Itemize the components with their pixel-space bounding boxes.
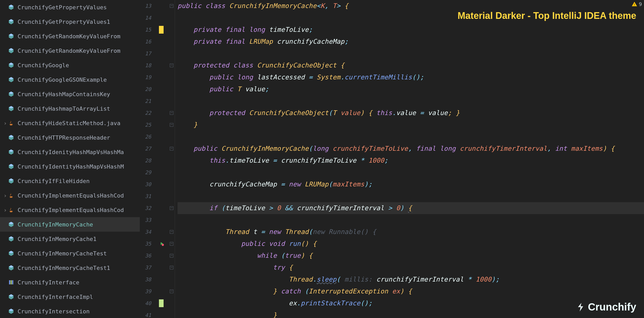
line-number[interactable]: 25	[140, 119, 151, 131]
file-item-crunchifyiffilehidden[interactable]: CrunchifyIfFileHidden	[0, 174, 140, 188]
file-item-crunchifyhashmapcontainskey[interactable]: CrunchifyHashMapContainsKey	[0, 87, 140, 101]
code-line[interactable]	[178, 95, 644, 107]
code-line[interactable]: public long lastAccessed = System.curren…	[178, 71, 644, 83]
file-item-crunchifyintersection[interactable]: CrunchifyIntersection	[0, 304, 140, 318]
file-item-crunchifygetrandomkeyvaluefrom[interactable]: CrunchifyGetRandomKeyValueFrom	[0, 29, 140, 43]
line-number[interactable]: 38	[140, 274, 151, 285]
line-number[interactable]: 31	[140, 190, 151, 202]
fold-toggle[interactable]	[170, 290, 173, 293]
code-line[interactable]: private final LRUMap crunchifyCacheMap;	[178, 36, 644, 48]
change-marker-green[interactable]	[159, 299, 164, 307]
line-number[interactable]: 21	[140, 95, 151, 107]
code-line[interactable]: ex.printStackTrace();	[178, 297, 644, 309]
change-marker-yellow[interactable]	[159, 26, 164, 34]
fold-toggle[interactable]	[170, 254, 173, 258]
line-number[interactable]: 13	[140, 0, 151, 12]
warning-badge[interactable]: 9	[632, 1, 642, 7]
code-line[interactable]: protected class CrunchifyCacheObject {	[178, 59, 644, 71]
line-number[interactable]: 18	[140, 59, 151, 71]
chevron-right-icon[interactable]: ›	[3, 207, 8, 213]
code-line[interactable]: }	[178, 309, 644, 318]
file-item-crunchifyinmemorycachetest1[interactable]: CrunchifyInMemoryCacheTest1	[0, 261, 140, 275]
file-item-crunchifygetrandomkeyvaluefrom[interactable]: CrunchifyGetRandomKeyValueFrom	[0, 43, 140, 58]
code-line[interactable]: Thread.sleep( millis: crunchifyTimerInte…	[178, 274, 644, 285]
code-line[interactable]: this.timeToLive = crunchifyTimeToLive * …	[178, 155, 644, 166]
file-item-crunchifygetpropertyvalues1[interactable]: CrunchifyGetPropertyValues1	[0, 14, 140, 29]
file-name-label: CrunchifyInMemoryCache1	[18, 236, 97, 242]
line-number[interactable]: 27	[140, 143, 151, 155]
code-line[interactable]: crunchifyCacheMap = new LRUMap(maxItems)…	[178, 178, 644, 190]
class-file-icon	[8, 293, 14, 300]
line-number[interactable]: 34	[140, 226, 151, 238]
fold-toggle[interactable]	[170, 4, 173, 8]
file-item-crunchifyidentityhashmapvshashm[interactable]: CrunchifyIdentityHashMapVsHashM	[0, 159, 140, 174]
fold-toggle[interactable]	[170, 242, 173, 246]
crunchify-logo-text: Crunchify	[588, 301, 636, 313]
line-number[interactable]: 30	[140, 178, 151, 190]
code-line[interactable]: }	[178, 119, 644, 131]
line-number[interactable]: 15	[140, 24, 151, 36]
fold-toggle[interactable]	[170, 230, 173, 234]
line-number[interactable]: 35	[140, 238, 151, 250]
line-number[interactable]: 33	[140, 214, 151, 226]
run-gutter-icon[interactable]	[159, 241, 164, 247]
file-item-crunchifyinterface[interactable]: CrunchifyInterface	[0, 275, 140, 290]
file-item-crunchifyimplementequalshashcod[interactable]: ›CrunchifyImplementEqualsHashCod	[0, 188, 140, 203]
file-item-crunchifyhidestaticmethod-java[interactable]: ›CrunchifyHideStaticMethod.java	[0, 116, 140, 130]
file-item-crunchifygoogle[interactable]: CrunchifyGoogle	[0, 58, 140, 72]
line-number[interactable]: 28	[140, 155, 151, 166]
fold-column[interactable]	[169, 0, 175, 318]
code-line[interactable]	[178, 214, 644, 226]
line-number[interactable]: 37	[140, 262, 151, 274]
file-item-crunchifyidenityhashmapvshashma[interactable]: CrunchifyIdenityHashMapVsHashMa	[0, 145, 140, 159]
fold-toggle[interactable]	[170, 206, 173, 210]
chevron-right-icon[interactable]: ›	[3, 192, 8, 199]
line-number[interactable]: 40	[140, 297, 151, 309]
fold-toggle[interactable]	[170, 266, 173, 269]
code-line[interactable]: } catch (InterruptedException ex) {	[178, 285, 644, 297]
code-line[interactable]: public T value;	[178, 83, 644, 95]
code-line[interactable]: protected CrunchifyCacheObject(T value) …	[178, 107, 644, 119]
line-number[interactable]: 32	[140, 202, 151, 214]
code-line[interactable]: Thread t = new Thread(new Runnable() {	[178, 226, 644, 238]
code-line[interactable]: public CrunchifyInMemoryCache(long crunc…	[178, 143, 644, 155]
line-number[interactable]: 14	[140, 12, 151, 24]
line-number[interactable]: 36	[140, 250, 151, 262]
fold-toggle[interactable]	[170, 111, 173, 115]
line-number[interactable]: 39	[140, 285, 151, 297]
line-number[interactable]: 22	[140, 107, 151, 119]
code-line[interactable]: private final long timeToLive;	[178, 24, 644, 36]
code-line[interactable]: public void run() {	[178, 238, 644, 250]
file-item-crunchifygetpropertyvalues[interactable]: CrunchifyGetPropertyValues	[0, 0, 140, 14]
line-number[interactable]: 19	[140, 71, 151, 83]
line-number[interactable]: 17	[140, 48, 151, 59]
project-sidebar[interactable]: CrunchifyGetPropertyValuesCrunchifyGetPr…	[0, 0, 140, 318]
line-number[interactable]: 26	[140, 131, 151, 143]
line-number[interactable]: 20	[140, 83, 151, 95]
file-item-crunchifyinmemorycachetest[interactable]: CrunchifyInMemoryCacheTest	[0, 246, 140, 261]
fold-toggle[interactable]	[170, 123, 173, 127]
code-line[interactable]: while (true) {	[178, 250, 644, 262]
code-editor[interactable]: 1314151617181920212225262728293031323334…	[140, 0, 644, 318]
line-number[interactable]: 29	[140, 166, 151, 178]
file-item-crunchifyhttpresponseheader[interactable]: CrunchifyHTTPResponseHeader	[0, 130, 140, 145]
file-item-crunchifyhashmaptoarraylist[interactable]: CrunchifyHashmapToArrayList	[0, 101, 140, 116]
file-item-crunchifyinmemorycache1[interactable]: CrunchifyInMemoryCache1	[0, 232, 140, 246]
code-line[interactable]: try {	[178, 262, 644, 274]
fold-toggle[interactable]	[170, 64, 173, 67]
file-item-crunchifyinterfaceimpl[interactable]: CrunchifyInterfaceImpl	[0, 290, 140, 304]
file-name-label: CrunchifyInMemoryCacheTest1	[18, 265, 110, 271]
file-item-crunchifyimplementequalshashcod[interactable]: ›CrunchifyImplementEqualsHashCod	[0, 203, 140, 217]
fold-toggle[interactable]	[170, 147, 173, 150]
file-item-crunchifygooglegsonexample[interactable]: CrunchifyGoogleGSONExample	[0, 72, 140, 87]
code-line[interactable]	[178, 190, 644, 202]
file-item-crunchifyinmemorycache[interactable]: CrunchifyInMemoryCache	[0, 217, 140, 232]
line-number[interactable]: 16	[140, 36, 151, 48]
code-line[interactable]: if (timeToLive > 0 && crunchifyTimerInte…	[178, 202, 644, 214]
code-line[interactable]	[178, 166, 644, 178]
code-line[interactable]	[178, 131, 644, 143]
chevron-right-icon[interactable]: ›	[3, 120, 8, 126]
code-content[interactable]: 9 Material Darker - Top IntelliJ IDEA th…	[175, 0, 644, 318]
code-line[interactable]	[178, 48, 644, 59]
line-number[interactable]: 41	[140, 309, 151, 318]
